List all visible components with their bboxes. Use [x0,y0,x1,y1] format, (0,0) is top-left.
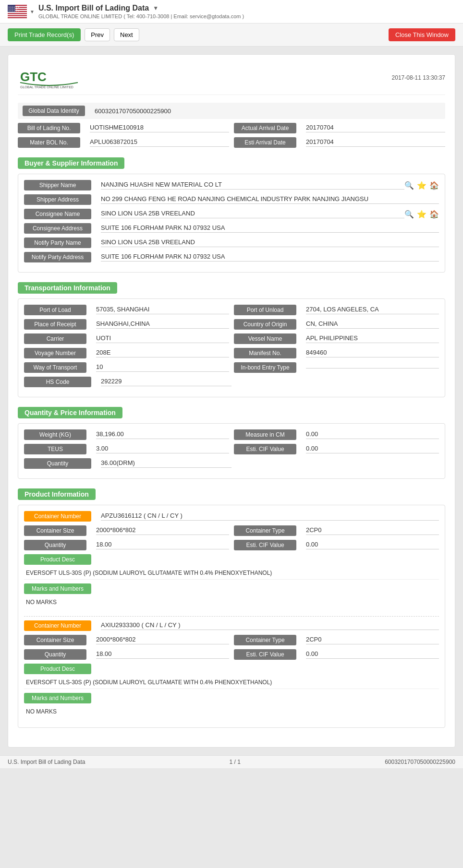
transportation-section: Transportation Information Port of Load … [18,282,445,397]
container-type-value-0: 2CP0 [306,526,439,535]
place-receipt-value: SHANGHAI,CHINA [96,320,229,329]
weight-label: Weight (KG) [24,429,86,440]
place-receipt-label: Place of Receipt [24,319,86,330]
footer-left: U.S. Import Bill of Lading Data [8,759,85,765]
manifest-value: 849460 [306,349,439,357]
qty-value-0: 18.00 [96,541,229,549]
quantity-price-section: Quantity & Price Information Weight (KG)… [18,407,445,479]
teus-label: TEUS [24,444,86,454]
global-data-identity-label: Global Data Identity [23,106,85,116]
app-title-arrow[interactable]: ▼ [153,5,158,12]
marks-text-1: NO MARKS [24,705,439,718]
way-transport-half: Way of Transport 10 [24,362,229,373]
shipper-search-icon[interactable]: 🔍 [404,181,414,190]
product-info-box: Container Number APZU3616112 ( CN / L / … [18,505,445,728]
consignee-search-icon[interactable]: 🔍 [404,210,414,219]
consignee-star-icon[interactable]: ⭐ [417,210,426,219]
qty-cif-row-0: Quantity 18.00 Esti. CIF Value 0.00 [24,540,439,550]
mater-bol-row: Mater BOL No. APLU063872015 Esti Arrival… [18,137,445,148]
vessel-half: Vessel Name APL PHILIPPINES [234,333,439,344]
way-transport-label: Way of Transport [24,362,86,373]
shipper-name-row: Shipper Name NANJING HUASHI NEW MATERIAL… [24,180,439,190]
top-bar: ★★★★★★ ★★★★★ ★★★★★★ ▼ U.S. Import Bill o… [0,0,463,24]
shipper-address-value: NO 299 CHANG FENG HE ROAD NANJING CHEMIC… [101,195,439,204]
svg-rect-4 [8,12,27,13]
consignee-icons: 🔍 ⭐ 🏠 [404,210,439,219]
prev-button[interactable]: Prev [85,28,110,41]
doc-header: GTC GLOBAL TRADE ONLINE LIMITED 2017-08-… [18,64,445,95]
esti-cif-label: Esti. CIF Value [234,444,296,454]
container-number-value-1: AXIU2933300 ( CN / L / CY ) [101,621,439,630]
buyer-supplier-section: Buyer & Supplier Information Shipper Nam… [18,157,445,273]
notify-address-row: Notify Party Address SUITE 106 FLORHAM P… [24,252,439,262]
container-number-row-0: Container Number APZU3616112 ( CN / L / … [24,511,439,522]
mater-bol-label: Mater BOL No. [18,137,80,148]
product-desc-label-1: Product Desc [24,664,91,674]
main-content: GTC GLOBAL TRADE ONLINE LIMITED 2017-08-… [8,54,455,748]
inbond-value [306,367,439,369]
carrier-label: Carrier [24,333,86,344]
container-type-half-1: Container Type 2CP0 [234,635,439,645]
container-size-value-0: 2000*806*802 [96,526,229,535]
print-button[interactable]: Print Trade Record(s) [8,28,81,41]
cif-label-0: Esti. CIF Value [234,540,296,550]
qty-half-0: Quantity 18.00 [24,540,229,550]
buyer-supplier-box: Shipper Name NANJING HUASHI NEW MATERIAL… [18,174,445,273]
shipper-address-label: Shipper Address [24,194,91,205]
close-button[interactable]: Close This Window [389,28,455,41]
port-load-unload-row: Port of Load 57035, SHANGHAI Port of Unl… [24,305,439,315]
receipt-origin-row: Place of Receipt SHANGHAI,CHINA Country … [24,319,439,330]
notify-name-value: SINO LION USA 25B VREELAND [101,238,439,247]
product-desc-row-0: Product Desc [24,554,439,565]
measure-value: 0.00 [306,430,439,439]
mater-bol-left: Mater BOL No. APLU063872015 [18,137,229,148]
svg-text:GTC: GTC [20,70,47,84]
flag-dropdown-arrow[interactable]: ▼ [30,9,35,14]
footer-page: 1 / 1 [230,759,241,765]
container-size-label-0: Container Size [24,525,86,536]
page-footer: U.S. Import Bill of Lading Data 1 / 1 60… [0,755,463,768]
quantity-price-title: Quantity & Price Information [18,407,122,418]
svg-rect-6 [8,16,27,17]
shipper-home-icon[interactable]: 🏠 [429,181,439,190]
weight-value: 38,196.00 [96,430,229,439]
marks-label-0: Marks and Numbers [24,583,91,594]
weight-measure-row: Weight (KG) 38,196.00 Measure in CM 0.00 [24,429,439,440]
marks-row-0: Marks and Numbers [24,583,439,594]
transportation-title: Transportation Information [18,282,117,294]
notify-address-label: Notify Party Address [24,252,91,262]
consignee-name-label: Consignee Name [24,209,91,219]
global-data-identity-value: 6003201707050000225900 [95,107,171,115]
country-origin-value: CN, CHINA [306,320,439,329]
measure-half: Measure in CM 0.00 [234,429,439,440]
inbond-label: In-bond Entry Type [234,362,296,373]
carrier-vessel-row: Carrier UOTI Vessel Name APL PHILIPPINES [24,333,439,344]
country-origin-half: Country of Origin CN, CHINA [234,319,439,330]
container-separator [24,616,439,617]
shipper-icons: 🔍 ⭐ 🏠 [404,181,439,190]
shipper-star-icon[interactable]: ⭐ [417,181,426,190]
teus-value: 3.00 [96,445,229,453]
esti-cif-half: Esti. CIF Value 0.00 [234,444,439,454]
transport-inbond-row: Way of Transport 10 In-bond Entry Type [24,362,439,373]
container-type-value-1: 2CP0 [306,636,439,644]
cif-half-1: Esti. CIF Value 0.00 [234,649,439,660]
flag-icon: ★★★★★★ ★★★★★ ★★★★★★ [8,5,27,18]
consignee-name-row: Consignee Name SINO LION USA 25B VREELAN… [24,209,439,219]
qty-value-1: 18.00 [96,650,229,659]
container-item-1: Container Number AXIU2933300 ( CN / L / … [24,620,439,718]
app-title: U.S. Import Bill of Lading Data [38,4,149,12]
container-size-half-0: Container Size 2000*806*802 [24,525,229,536]
next-button[interactable]: Next [114,28,139,41]
port-unload-label: Port of Unload [234,305,296,315]
svg-text:GLOBAL TRADE ONLINE LIMITED: GLOBAL TRADE ONLINE LIMITED [20,85,73,89]
notify-name-label: Notify Party Name [24,238,91,248]
doc-datetime: 2017-08-11 13:30:37 [392,74,445,81]
teus-half: TEUS 3.00 [24,444,229,454]
container-size-label-1: Container Size [24,635,86,645]
actual-arrival-value: 20170704 [306,124,445,132]
consignee-home-icon[interactable]: 🏠 [429,210,439,219]
qty-cif-row-1: Quantity 18.00 Esti. CIF Value 0.00 [24,649,439,660]
product-desc-label-0: Product Desc [24,554,91,565]
product-desc-row-1: Product Desc [24,664,439,674]
